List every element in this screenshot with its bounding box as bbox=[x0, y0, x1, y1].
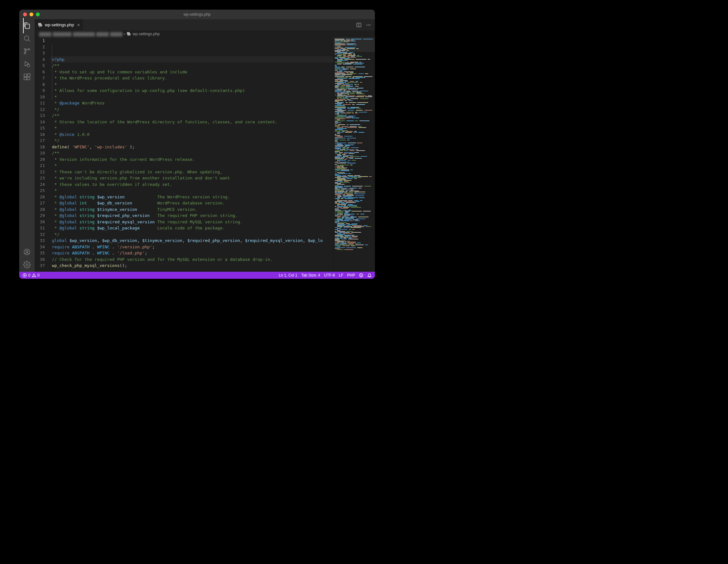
account-icon[interactable] bbox=[23, 248, 31, 256]
more-actions-icon[interactable] bbox=[366, 22, 371, 28]
eol[interactable]: LF bbox=[339, 273, 343, 278]
svg-point-13 bbox=[367, 24, 368, 25]
svg-point-18 bbox=[360, 275, 361, 275]
svg-point-0 bbox=[24, 36, 29, 40]
notifications-bell-icon[interactable] bbox=[367, 273, 372, 278]
svg-point-11 bbox=[26, 264, 28, 266]
svg-rect-7 bbox=[27, 77, 30, 80]
cursor-position[interactable]: Ln 1, Col 1 bbox=[279, 273, 297, 278]
close-window-button[interactable] bbox=[23, 12, 27, 16]
svg-point-4 bbox=[27, 64, 30, 67]
editor-content: 🐘 wp-settings.php × ▓▓▓▓ ▓▓▓▓▓▓ ▓▓▓▓▓▓▓ … bbox=[35, 19, 375, 272]
breadcrumb-path-redacted: ▓▓▓▓ ▓▓▓▓▓▓ ▓▓▓▓▓▓▓ ▓▓▓▓ ▓▓▓▓ bbox=[39, 32, 123, 36]
traffic-lights bbox=[23, 12, 40, 16]
minimize-window-button[interactable] bbox=[29, 12, 33, 16]
breadcrumb-file: wp-settings.php bbox=[133, 32, 160, 36]
status-bar: 0 0 Ln 1, Col 1 Tab Size: 4 UTF-8 LF PHP bbox=[19, 272, 375, 279]
svg-point-3 bbox=[24, 49, 26, 50]
split-editor-icon[interactable] bbox=[356, 22, 361, 28]
svg-point-1 bbox=[28, 49, 30, 50]
editor-wrap: 1234567891011121314151617181920212223242… bbox=[35, 37, 375, 272]
tab-size[interactable]: Tab Size: 4 bbox=[301, 273, 320, 278]
tab-label: wp-settings.php bbox=[45, 22, 74, 27]
svg-point-17 bbox=[360, 274, 363, 277]
tab-bar: 🐘 wp-settings.php × bbox=[35, 19, 375, 30]
problems-indicator[interactable]: 0 0 bbox=[22, 273, 39, 278]
svg-point-19 bbox=[362, 275, 362, 275]
minimap-content bbox=[335, 39, 374, 250]
search-icon[interactable] bbox=[23, 35, 31, 42]
window: wp-settings.php bbox=[19, 10, 375, 279]
line-number-gutter: 1234567891011121314151617181920212223242… bbox=[35, 37, 51, 272]
svg-rect-5 bbox=[24, 74, 27, 77]
breadcrumb[interactable]: ▓▓▓▓ ▓▓▓▓▓▓ ▓▓▓▓▓▓▓ ▓▓▓▓ ▓▓▓▓ › 🐘 wp-set… bbox=[35, 30, 375, 37]
tab-actions bbox=[356, 19, 375, 30]
titlebar[interactable]: wp-settings.php bbox=[19, 10, 375, 19]
extensions-icon[interactable] bbox=[23, 73, 31, 81]
svg-rect-6 bbox=[24, 77, 27, 80]
php-file-icon: 🐘 bbox=[127, 32, 131, 36]
settings-gear-icon[interactable] bbox=[23, 261, 31, 269]
source-control-icon[interactable] bbox=[23, 47, 31, 55]
language-mode[interactable]: PHP bbox=[347, 273, 355, 278]
close-tab-icon[interactable]: × bbox=[76, 22, 80, 28]
activity-bar bbox=[19, 19, 35, 272]
maximize-window-button[interactable] bbox=[36, 12, 40, 16]
warnings-count: 0 bbox=[37, 273, 40, 278]
svg-point-10 bbox=[26, 250, 28, 252]
code-area[interactable]: <?php/** * Used to set up and fix common… bbox=[51, 37, 333, 272]
php-file-icon: 🐘 bbox=[38, 22, 43, 27]
errors-count: 0 bbox=[28, 273, 30, 278]
explorer-icon[interactable] bbox=[23, 22, 31, 29]
tab-wp-settings[interactable]: 🐘 wp-settings.php × bbox=[35, 19, 83, 30]
svg-point-15 bbox=[370, 24, 371, 25]
main-area: 🐘 wp-settings.php × ▓▓▓▓ ▓▓▓▓▓▓ ▓▓▓▓▓▓▓ … bbox=[19, 19, 375, 272]
minimap[interactable] bbox=[333, 37, 375, 272]
svg-point-14 bbox=[368, 24, 369, 25]
feedback-icon[interactable] bbox=[359, 273, 363, 278]
svg-point-2 bbox=[24, 53, 26, 54]
svg-rect-8 bbox=[28, 74, 30, 76]
code-editor[interactable]: 1234567891011121314151617181920212223242… bbox=[35, 37, 333, 272]
window-title: wp-settings.php bbox=[184, 12, 211, 17]
encoding[interactable]: UTF-8 bbox=[324, 273, 335, 278]
run-debug-icon[interactable] bbox=[23, 60, 31, 68]
